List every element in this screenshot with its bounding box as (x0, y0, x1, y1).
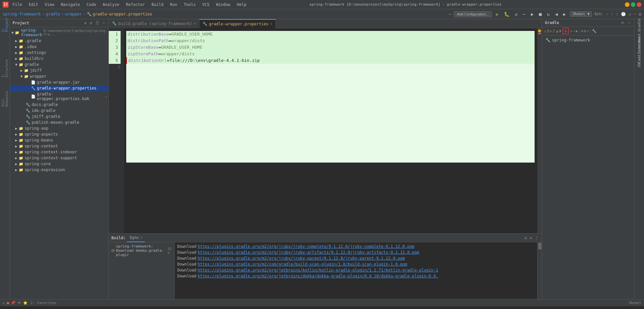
menu-code[interactable]: Code (85, 2, 98, 8)
status-sync-icon[interactable]: ↻ (3, 301, 5, 305)
sidebar-project-icon[interactable]: 1: Project (0, 20, 10, 30)
git-more[interactable]: ⋯ (633, 12, 636, 16)
tree-spring-aop[interactable]: ▶ 📁 spring-aop (10, 125, 108, 131)
menu-file[interactable]: File (11, 2, 23, 8)
menu-window[interactable]: Window (215, 2, 231, 8)
tree-settings-2-icon[interactable]: ☰ (95, 20, 100, 26)
tree-gradle-main-folder[interactable]: ▼ 📁 gradle (10, 62, 108, 67)
tree-gradle-wrapper-jar[interactable]: 📄 gradle-wrapper.jar (10, 79, 108, 85)
minimize-button[interactable] (625, 2, 629, 7)
tree-idea-folder[interactable]: ▶ 📁 .idea (10, 44, 108, 50)
tree-spring-beans[interactable]: ▶ 📁 spring-beans (10, 137, 108, 143)
gradle-minus-icon[interactable]: − (573, 29, 575, 33)
forward-nav[interactable]: ▶ (562, 11, 567, 17)
right-icon-cadda[interactable]: Cadd...a (635, 50, 644, 59)
gradle-diff-icon[interactable]: ≈ (587, 29, 589, 33)
tree-settings-folder[interactable]: ▶ 📁 .settings (10, 50, 108, 56)
tree-buildsrc-folder[interactable]: ▶ 📁 buildSrc (10, 56, 108, 62)
git-check-2[interactable]: ✓ (611, 12, 613, 16)
code-editor[interactable]: 1 2 3 4 5 6 distributionBase=GRADLE_USER… (109, 28, 542, 233)
download-url-2[interactable]: https://plugins.gradle.org/m2/org/jruby/… (198, 249, 419, 255)
jrebel-bottom-label[interactable]: JRebel (628, 301, 641, 305)
breadcrumb-wrapper[interactable]: wrapper (65, 12, 82, 16)
gradle-align-icon[interactable]: ≡ (581, 29, 583, 33)
gradle-col-icon[interactable]: ⊞ (584, 29, 586, 33)
run-button[interactable]: ▶ (494, 11, 500, 17)
git-check-1[interactable]: ✓ (606, 12, 608, 16)
gradle-minimize-icon[interactable]: − (627, 20, 631, 25)
tree-minimize-icon[interactable]: − (102, 20, 106, 26)
tree-spring-aspects[interactable]: ▶ 📁 spring-aspects (10, 131, 108, 137)
status-eye-icon[interactable]: 👁 (17, 301, 21, 305)
scrollbar-thumb[interactable] (538, 243, 542, 249)
stop-button[interactable]: ■ (538, 11, 543, 17)
tree-spring-context[interactable]: ▶ 📁 spring-context (10, 143, 108, 149)
tree-gradle-wrapper-bak[interactable]: 📄 gradle-wrapper.properties.bak − (10, 91, 108, 102)
bottom-more-icon[interactable]: ⋮ (534, 235, 539, 241)
tree-spring-context-indexer[interactable]: ▶ 📁 spring-context-indexer (10, 149, 108, 155)
bottom-scroll-icon[interactable]: ≡ (529, 235, 533, 241)
sync-button[interactable]: ↻ (563, 28, 569, 34)
gradle-spring-framework-item[interactable]: 🔧 spring-framework (543, 37, 633, 43)
menu-analyze[interactable]: Analyze (101, 2, 121, 8)
run-with-coverage-button[interactable]: ↺ (513, 11, 519, 17)
breadcrumb-gradle[interactable]: gradle (46, 12, 60, 16)
run-icon-2[interactable]: ▶ (530, 11, 535, 17)
status-star-icon[interactable]: ⭐ (23, 301, 28, 305)
jrebel-badge[interactable]: JRebel ▼ (570, 11, 592, 17)
tree-expand-all-icon[interactable]: ⊕ (83, 20, 87, 26)
bottom-settings-icon[interactable]: ⚙ (524, 235, 528, 241)
build-gradle-tab-close[interactable]: × (194, 22, 196, 25)
menu-build[interactable]: Build (150, 2, 165, 8)
download-url-3[interactable]: https://plugins.gradle.org/m2/org/jruby/… (198, 255, 405, 261)
git-revert[interactable]: ↺ (629, 12, 631, 16)
gradle-wrench-icon[interactable]: 🔧 (592, 29, 597, 33)
build-tree-item-1[interactable]: ⟳ spring-framework: Download dokka-gradl… (110, 244, 173, 258)
tab-build-gradle[interactable]: 🔧 build.gradle (spring-framework) × (109, 19, 199, 28)
git-push[interactable]: ↑ (616, 12, 618, 16)
gradle-plus-icon[interactable]: + (570, 29, 572, 33)
menu-view[interactable]: View (44, 2, 56, 8)
gradle-run-icon[interactable]: ▶ (576, 29, 578, 33)
add-configuration-button[interactable]: Add Configuration... (454, 11, 492, 17)
tree-spring-expression[interactable]: ▶ 📁 spring-expression (10, 167, 108, 173)
back-nav[interactable]: ◀ (554, 11, 559, 17)
tree-publish-maven-gradle[interactable]: 🔧 publish-maven.gradle (10, 119, 108, 125)
code-content[interactable]: distributionBase=GRADLE_USER_HOME distri… (124, 28, 537, 233)
right-icon-jol[interactable]: JOL (635, 60, 644, 69)
status-pin-icon[interactable]: 📌 (11, 301, 15, 305)
favorites-label[interactable]: 2: Favorites (30, 301, 56, 305)
tree-wrapper-folder[interactable]: ▼ 📁 wrapper (10, 73, 108, 79)
gradle-settings-icon[interactable]: ⚙ (620, 20, 625, 25)
status-stop-icon[interactable]: ■ (7, 301, 9, 305)
maximize-button[interactable] (631, 2, 635, 7)
back-icon[interactable]: ↩ (449, 12, 451, 16)
debug-button[interactable]: 🐛 (503, 11, 511, 17)
menu-navigate[interactable]: Navigate (60, 2, 81, 8)
menu-vcs[interactable]: VCS (201, 2, 211, 8)
tree-jdiff-gradle[interactable]: 🔧 jdiff.gradle (10, 114, 108, 119)
download-url-1[interactable]: https://plugins.gradle.org/m2/org/jruby/… (198, 244, 414, 249)
menu-help[interactable]: Help (236, 2, 248, 8)
close-button[interactable] (637, 2, 641, 7)
tree-ide-gradle[interactable]: 🔧 ide.gradle (10, 108, 108, 114)
nav-down-icon[interactable]: ▼ (559, 29, 561, 33)
wrapper-tab-close[interactable]: × (270, 22, 272, 26)
tree-docs-gradle[interactable]: 🔧 docs.gradle (10, 102, 108, 108)
breadcrumb-spring-framework[interactable]: spring-framework (3, 12, 41, 16)
menu-edit[interactable]: Edit (27, 2, 40, 8)
menu-run[interactable]: Run (169, 2, 179, 8)
menu-tools[interactable]: Tools (183, 2, 197, 8)
nav-up-icon[interactable]: ▲ (556, 29, 559, 33)
sidebar-pull-requests-icon[interactable]: Pull Requests (0, 94, 10, 103)
more-run-options[interactable]: ⋯ (521, 11, 527, 17)
sidebar-structure-icon[interactable]: Z: Structure (0, 64, 10, 73)
download-url-6[interactable]: https://plugins.gradle.org/m2/org/jetbra… (198, 273, 438, 279)
tree-gradle-folder[interactable]: ▶ 📁 .gradle (10, 38, 108, 44)
download-url-4[interactable]: https://plugins.gradle.org/m2/com/gradle… (198, 261, 407, 267)
download-url-5[interactable]: https://plugins.gradle.org/m2/org/jetbra… (198, 267, 438, 273)
sync-tab[interactable]: Sync × (127, 234, 145, 242)
tree-root[interactable]: ▼ 📁 spring-framework D:\mavenproject\myS… (10, 27, 108, 38)
tree-spring-core[interactable]: ▶ 📁 spring-core (10, 161, 108, 167)
git-history[interactable]: 🕐 (621, 12, 626, 16)
